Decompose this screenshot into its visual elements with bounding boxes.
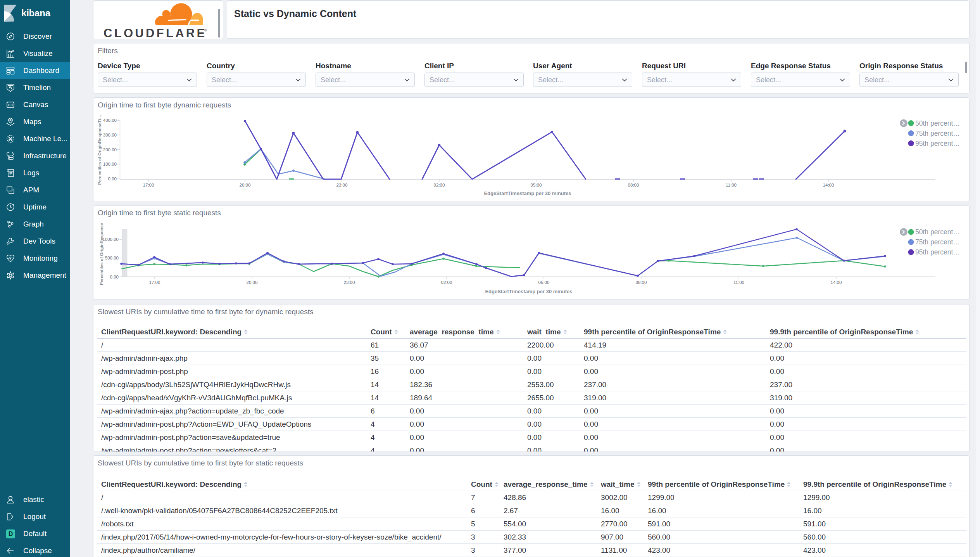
svg-text:D: D <box>9 531 13 537</box>
